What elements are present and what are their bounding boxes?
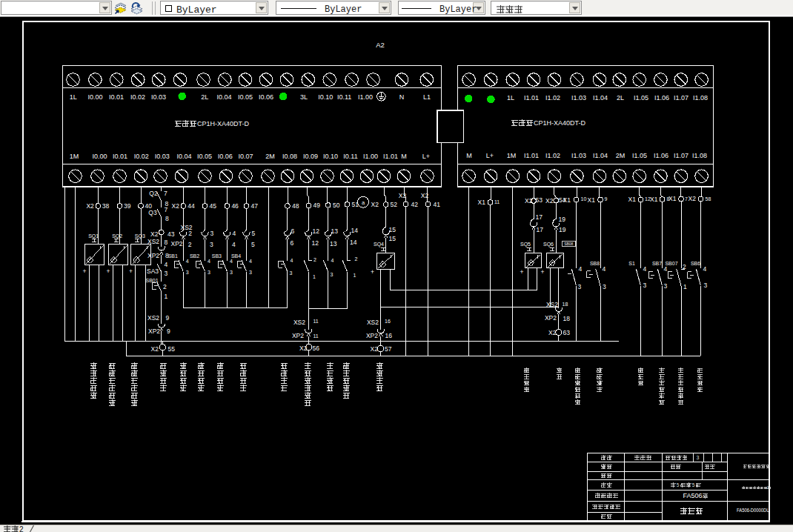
- svg-text:I1.01: I1.01: [524, 94, 539, 102]
- svg-text:S1: S1: [628, 261, 635, 266]
- svg-text:XS2: XS2: [147, 238, 159, 245]
- svg-text:I0.11: I0.11: [343, 153, 357, 160]
- svg-text:4: 4: [664, 265, 668, 273]
- svg-text:1M: 1M: [507, 152, 517, 159]
- svg-text:11: 11: [313, 333, 319, 339]
- svg-text:I0.08: I0.08: [282, 153, 297, 160]
- svg-text:X1: X1: [588, 196, 596, 204]
- svg-text:1: 1: [354, 273, 356, 278]
- svg-text:I0.01: I0.01: [113, 153, 127, 160]
- svg-text:I1.07: I1.07: [674, 152, 689, 159]
- svg-text:X2: X2: [548, 329, 557, 336]
- svg-text:SQ4: SQ4: [374, 242, 384, 247]
- svg-text:46: 46: [231, 202, 239, 210]
- svg-text:XS2: XS2: [181, 224, 193, 231]
- svg-text:7: 7: [164, 190, 167, 197]
- svg-text:18: 18: [563, 302, 568, 307]
- svg-text:11: 11: [313, 319, 319, 324]
- svg-text:43: 43: [167, 230, 175, 238]
- svg-text:4: 4: [165, 261, 168, 268]
- svg-text:38: 38: [102, 202, 110, 210]
- svg-text:SQ3: SQ3: [135, 233, 145, 239]
- svg-text:1L: 1L: [507, 94, 514, 102]
- svg-text:XS2: XS2: [147, 314, 159, 322]
- svg-text:53: 53: [536, 196, 543, 204]
- svg-text:I0.10: I0.10: [323, 153, 338, 160]
- svg-text:X1: X1: [563, 196, 571, 204]
- svg-text:SB8: SB8: [590, 261, 600, 266]
- svg-text:I0.11: I0.11: [337, 93, 351, 101]
- svg-text:3: 3: [186, 270, 189, 275]
- svg-text:4: 4: [291, 258, 293, 263]
- svg-text:5: 5: [252, 230, 256, 237]
- svg-text:18: 18: [563, 315, 571, 322]
- svg-text:CP1H-XA40DT-D: CP1H-XA40DT-D: [197, 120, 250, 127]
- svg-text:4: 4: [579, 265, 583, 273]
- svg-text:5: 5: [677, 482, 680, 488]
- svg-text:X1: X1: [478, 199, 486, 206]
- svg-text:L1: L1: [423, 93, 431, 101]
- svg-text:I1.03: I1.03: [571, 152, 586, 159]
- svg-text:SB4: SB4: [231, 253, 241, 259]
- svg-text:XS2: XS2: [546, 301, 558, 308]
- svg-text:I0.00: I0.00: [92, 153, 107, 160]
- svg-text:XS2: XS2: [293, 319, 305, 326]
- svg-text:L+: L+: [422, 153, 430, 160]
- svg-text:3L: 3L: [300, 93, 308, 101]
- svg-text:3: 3: [664, 282, 668, 290]
- svg-text:17: 17: [537, 226, 544, 233]
- svg-text:Q3: Q3: [148, 209, 157, 216]
- svg-text:17: 17: [536, 213, 543, 221]
- svg-text:12: 12: [312, 239, 319, 247]
- svg-text:I1.08: I1.08: [693, 94, 708, 102]
- svg-text:N: N: [399, 93, 405, 101]
- svg-text:I1.06: I1.06: [654, 152, 668, 159]
- svg-text:9: 9: [166, 314, 170, 322]
- svg-text:52: 52: [391, 201, 398, 208]
- svg-text:X1: X1: [628, 196, 637, 203]
- svg-text:2: 2: [188, 241, 192, 248]
- svg-text:X2: X2: [525, 197, 533, 205]
- svg-text:X2: X2: [151, 345, 159, 353]
- svg-text:1: 1: [683, 283, 687, 290]
- svg-text:15: 15: [389, 226, 396, 233]
- svg-text:XP2: XP2: [171, 240, 183, 247]
- svg-text:X1: X1: [668, 195, 677, 202]
- svg-text:+: +: [107, 267, 110, 275]
- svg-text:M: M: [401, 153, 407, 160]
- svg-text:XP2: XP2: [292, 332, 304, 339]
- svg-text:2: 2: [683, 263, 686, 270]
- svg-text:I0.01: I0.01: [109, 93, 124, 101]
- svg-text:6: 6: [291, 227, 295, 235]
- svg-text:SB2: SB2: [190, 253, 199, 259]
- svg-text:X2: X2: [299, 345, 308, 352]
- svg-text:I1.06: I1.06: [654, 94, 669, 102]
- svg-text:42: 42: [411, 201, 419, 208]
- svg-text:I1.01: I1.01: [383, 153, 398, 160]
- svg-text:2L: 2L: [617, 94, 624, 102]
- svg-text:2L: 2L: [201, 93, 208, 101]
- svg-text:FA506: FA506: [683, 492, 703, 499]
- svg-text:SB6: SB6: [691, 261, 700, 266]
- svg-text:13: 13: [331, 227, 339, 235]
- svg-text:SQ1: SQ1: [88, 233, 99, 239]
- svg-text:I0.00: I0.00: [87, 93, 102, 101]
- svg-text:4: 4: [208, 259, 210, 264]
- svg-text:2: 2: [313, 257, 316, 262]
- svg-text:3: 3: [290, 270, 293, 276]
- svg-text:Q2: Q2: [149, 190, 158, 197]
- svg-text:7: 7: [685, 196, 688, 202]
- svg-text:I0.06: I0.06: [259, 93, 273, 101]
- svg-text:6: 6: [291, 239, 294, 247]
- svg-text:8: 8: [165, 239, 168, 246]
- svg-text:49: 49: [313, 202, 321, 209]
- svg-text:A2: A2: [376, 41, 385, 49]
- svg-text:I0.03: I0.03: [155, 153, 170, 160]
- svg-text:7: 7: [165, 206, 168, 213]
- svg-text:I0.02: I0.02: [134, 153, 149, 160]
- svg-text:XP2: XP2: [366, 332, 378, 339]
- svg-text:SB7: SB7: [652, 261, 662, 266]
- svg-text:SB01: SB01: [146, 278, 159, 283]
- svg-text:4: 4: [186, 259, 189, 264]
- svg-text:2M: 2M: [265, 153, 275, 160]
